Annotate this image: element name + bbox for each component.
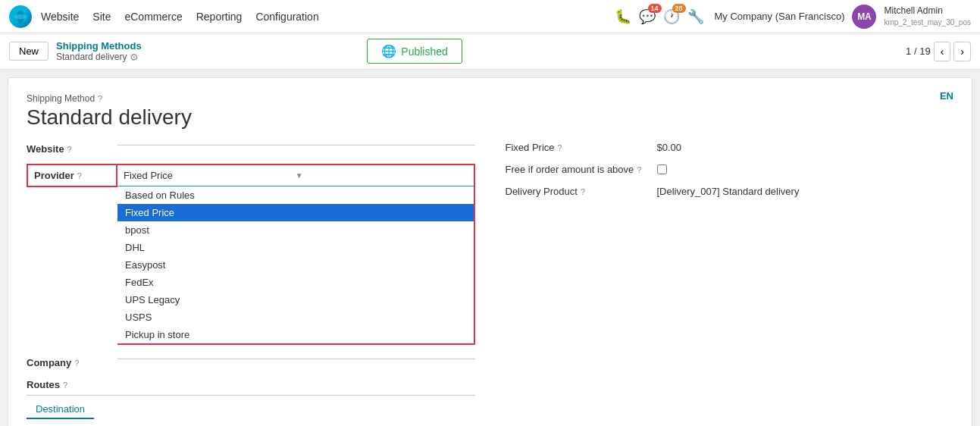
provider-option-easypost[interactable]: Easypost [117,256,474,274]
website-field-row: Website ? [27,142,475,155]
form-grid: Website ? Provider ? [27,142,953,426]
page-title: Standard delivery [27,105,953,130]
routes-label: Routes ? [27,379,475,390]
provider-option-usps[interactable]: USPS [117,309,474,326]
form-left: Website ? Provider ? [27,142,475,426]
pagination: 1 / 19 ‹ › [906,42,971,61]
provider-select-top[interactable]: Fixed Price ▼ [117,165,474,186]
user-name: Mitchell Admin [884,5,971,17]
free-if-row: Free if order amount is above ? [506,164,954,175]
company-help[interactable]: ? [74,359,79,368]
chat-icon[interactable]: 💬 14 [639,8,656,25]
routes-divider [27,395,475,396]
free-if-checkbox[interactable] [657,164,667,174]
fixed-price-label: Fixed Price ? [506,142,657,153]
provider-help[interactable]: ? [77,171,82,180]
breadcrumb-parent[interactable]: Shipping Methods [56,40,142,52]
provider-field-row: Provider ? Fixed Price ▼ Based on Rules … [27,164,475,345]
dropdown-arrow-icon: ▼ [296,171,468,180]
app-logo[interactable] [9,5,32,28]
fixed-price-value: $0.00 [657,142,682,153]
gear-icon[interactable]: ⚙ [130,52,139,63]
website-help[interactable]: ? [67,145,72,154]
user-info: Mitchell Admin kmp_2_test_may_30_pos [884,5,971,27]
breadcrumb: Shipping Methods Standard delivery ⚙ [56,40,142,63]
nav-website[interactable]: Website [41,11,79,23]
company-field-row: Company ? [27,356,475,368]
destination-tabs: Destination [27,400,475,419]
provider-label: Provider ? [27,164,117,187]
free-if-label: Free if order amount is above ? [506,164,657,175]
website-value [117,142,475,146]
provider-option-fixed-price[interactable]: Fixed Price [117,204,474,221]
provider-selected-value: Fixed Price [124,170,296,181]
free-if-help[interactable]: ? [637,165,641,174]
new-button[interactable]: New [9,42,49,61]
main-content: Shipping Method ? Standard delivery EN W… [0,70,980,426]
publish-button[interactable]: 🌐 Published [367,39,462,64]
destination-tab[interactable]: Destination [27,400,94,419]
page-next-button[interactable]: › [953,42,971,61]
fixed-price-row: Fixed Price ? $0.00 [506,142,954,153]
delivery-product-row: Delivery Product ? [Delivery_007] Standa… [506,186,954,197]
nav-configuration[interactable]: Configuration [255,11,318,23]
delivery-product-help[interactable]: ? [581,187,585,196]
nav-ecommerce[interactable]: eCommerce [124,11,182,23]
provider-option-fedex[interactable]: FedEx [117,274,474,291]
provider-option-bpost[interactable]: bpost [117,221,474,239]
nav-site[interactable]: Site [92,11,111,23]
globe-icon: 🌐 [381,44,396,58]
provider-container: Provider ? Fixed Price ▼ Based on Rules … [27,164,475,345]
provider-option-ups-legacy[interactable]: UPS Legacy [117,291,474,309]
provider-option-based-on-rules[interactable]: Based on Rules [117,186,474,204]
shipping-method-help[interactable]: ? [98,94,102,103]
wrench-icon[interactable]: 🔧 [687,8,704,25]
routes-help[interactable]: ? [63,381,67,390]
website-input[interactable] [117,142,475,146]
company-label: Company ? [27,356,117,368]
language-selector[interactable]: EN [940,90,953,102]
svg-point-2 [14,14,27,19]
fixed-price-help[interactable]: ? [558,143,562,152]
user-db: kmp_2_test_may_30_pos [884,17,971,27]
free-if-checkbox-wrap [657,164,667,174]
publish-label: Published [401,45,448,58]
page-prev-button[interactable]: ‹ [934,42,951,61]
navbar-right: 🐛 💬 14 🕐 28 🔧 My Company (San Francisco)… [615,5,971,29]
provider-dropdown-list: Based on Rules Fixed Price bpost DHL Eas… [117,186,474,343]
bug-icon[interactable]: 🐛 [615,8,631,25]
clock-icon[interactable]: 🕐 28 [663,8,680,25]
navbar-menu: Website Site eCommerce Reporting Configu… [41,11,319,23]
avatar[interactable]: MA [852,5,876,29]
breadcrumb-current: Standard delivery [56,52,127,62]
shipping-method-label: Shipping Method ? [27,93,953,104]
delivery-product-value: [Delivery_007] Standard delivery [657,186,800,197]
provider-select-wrapper: Fixed Price ▼ Based on Rules Fixed Price… [117,164,475,345]
delivery-product-label: Delivery Product ? [506,186,657,197]
breadcrumb-bar: New Shipping Methods Standard delivery ⚙… [0,33,980,70]
form-right: Fixed Price ? $0.00 Free if order amount… [506,142,954,426]
breadcrumb-sub: Standard delivery ⚙ [56,52,142,63]
company-name: My Company (San Francisco) [715,11,845,22]
nav-reporting[interactable]: Reporting [196,11,243,23]
chat-badge: 14 [648,4,662,13]
provider-option-dhl[interactable]: DHL [117,239,474,256]
navbar: Website Site eCommerce Reporting Configu… [0,0,980,33]
website-label: Website ? [27,142,117,155]
page-info: 1 / 19 [906,45,931,57]
clock-badge: 28 [672,4,686,13]
company-value[interactable] [117,356,475,359]
provider-option-pickup-in-store[interactable]: Pickup in store [117,326,474,343]
routes-section: Routes ? Destination [27,379,475,419]
form-card: Shipping Method ? Standard delivery EN W… [8,77,972,426]
